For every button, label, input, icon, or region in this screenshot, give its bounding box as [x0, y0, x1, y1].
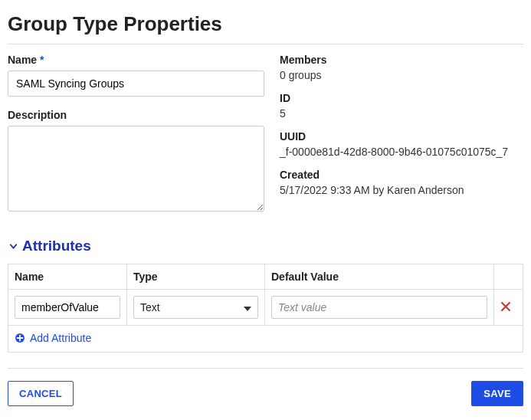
id-label: ID: [280, 92, 523, 104]
save-button[interactable]: SAVE: [471, 381, 523, 406]
chevron-down-icon: [8, 241, 19, 252]
uuid-label: UUID: [280, 130, 523, 143]
members-label: Members: [280, 54, 523, 66]
right-column: Members 0 groups ID 5 UUID _f-0000e81d-4…: [280, 54, 523, 227]
uuid-value: _f-0000e81d-42d8-8000-9b46-01075c01075c_…: [280, 146, 523, 158]
attr-type-select[interactable]: Text: [133, 296, 258, 319]
created-value: 5/17/2022 9:33 AM by Karen Anderson: [280, 184, 523, 196]
table-header-row: Name Type Default Value: [8, 264, 523, 290]
attributes-table: Name Type Default Value Text: [8, 264, 523, 353]
attr-name-input[interactable]: [15, 296, 120, 319]
name-field-block: Name *: [8, 54, 264, 97]
attributes-section-title: Attributes: [22, 238, 91, 254]
description-textarea[interactable]: [8, 126, 264, 212]
left-column: Name * Description: [8, 54, 264, 227]
attr-default-input[interactable]: [271, 296, 487, 319]
form-columns: Name * Description Members 0 groups ID 5…: [8, 54, 523, 227]
add-row: Add Attribute: [8, 326, 523, 353]
attr-type-selected: Text: [140, 301, 160, 313]
col-header-actions: [494, 264, 523, 290]
col-header-name: Name: [8, 264, 127, 290]
description-label: Description: [8, 109, 264, 121]
col-header-default: Default Value: [265, 264, 494, 290]
page-title: Group Type Properties: [8, 12, 523, 36]
cancel-button[interactable]: CANCEL: [8, 381, 74, 406]
id-value: 5: [280, 107, 523, 120]
members-value: 0 groups: [280, 69, 523, 81]
name-input[interactable]: [8, 71, 264, 97]
created-label: Created: [280, 169, 523, 181]
col-header-type: Type: [127, 264, 265, 290]
add-attribute-label: Add Attribute: [30, 332, 91, 344]
description-field-block: Description: [8, 109, 264, 215]
footer-bar: CANCEL SAVE: [8, 368, 523, 406]
divider-top: [8, 44, 523, 44]
delete-row-icon[interactable]: [500, 300, 511, 316]
attributes-section-header[interactable]: Attributes: [8, 238, 523, 254]
plus-circle-icon: [15, 333, 25, 343]
required-mark: *: [40, 54, 44, 66]
table-row: Text: [8, 290, 523, 326]
name-label-text: Name: [8, 54, 37, 66]
caret-down-icon: [244, 301, 251, 313]
name-label: Name *: [8, 54, 264, 66]
add-attribute-button[interactable]: Add Attribute: [15, 332, 91, 344]
